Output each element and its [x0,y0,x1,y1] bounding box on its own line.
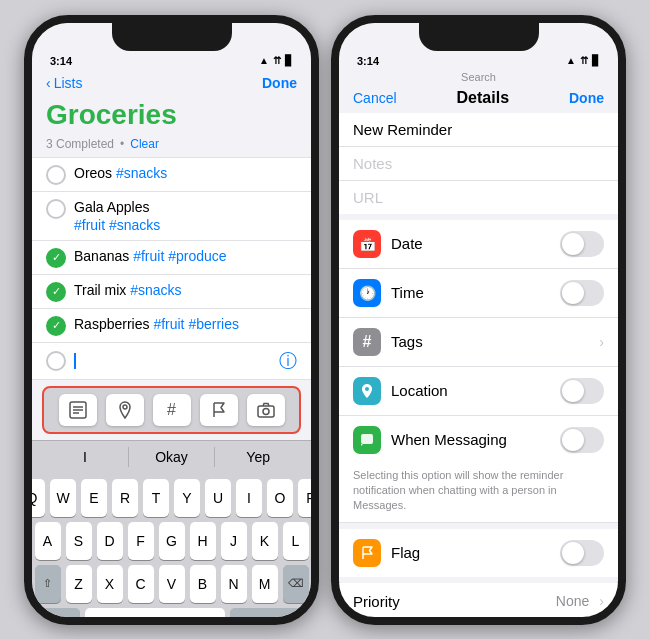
messaging-icon [353,426,381,454]
pred-word-2[interactable]: Okay [129,447,216,467]
done-button-right[interactable]: Done [569,90,604,106]
key-p[interactable]: P [298,479,311,517]
messaging-toggle[interactable] [560,427,604,453]
key-c[interactable]: C [128,565,154,603]
key-o[interactable]: O [267,479,293,517]
date-label: Date [391,235,550,252]
list-item[interactable]: Oreos #snacks [32,157,311,192]
flag-icon [353,539,381,567]
key-s[interactable]: S [66,522,92,560]
key-space[interactable]: space [85,608,225,617]
toolbar-location-btn[interactable] [106,394,144,426]
key-l[interactable]: L [283,522,309,560]
toolbar-flag-btn[interactable] [200,394,238,426]
back-button[interactable]: ‹ Lists [46,75,82,91]
completed-row: 3 Completed • Clear [32,135,311,157]
list-item[interactable]: ✓ Raspberries #fruit #berries [32,309,311,343]
time-icon: 🕐 [353,279,381,307]
new-item-row[interactable]: ⓘ [32,343,311,380]
flag-row: Flag [339,529,618,577]
item-text: Bananas #fruit #produce [74,247,227,265]
time-toggle[interactable] [560,280,604,306]
checkbox[interactable] [46,199,66,219]
battery-icon-r: ▊ [592,55,600,66]
wifi-icon-r: ⇈ [580,55,588,66]
keyboard: Q W E R T Y U I O P A S D F G H J K L [32,473,311,617]
key-d[interactable]: D [97,522,123,560]
key-g[interactable]: G [159,522,185,560]
key-delete[interactable]: ⌫ [283,565,309,603]
key-row-1: Q W E R T Y U I O P [36,479,307,517]
info-icon[interactable]: ⓘ [279,349,297,373]
list-item[interactable]: Gala Apples#fruit #snacks [32,192,311,241]
status-bar-right: 3:14 ▲ ⇈ ▊ [339,23,618,71]
key-q[interactable]: Q [32,479,45,517]
time-row: 🕐 Time [339,269,618,318]
toolbar-tag-btn[interactable]: # [153,394,191,426]
messaging-note: Selecting this option will show the remi… [339,464,618,523]
done-button-left[interactable]: Done [262,75,297,91]
checkbox-completed[interactable]: ✓ [46,282,66,302]
key-123[interactable]: 123 [40,608,80,617]
key-m[interactable]: M [252,565,278,603]
nav-bar-right: Cancel Details Done [339,85,618,113]
key-k[interactable]: K [252,522,278,560]
checkbox-completed[interactable]: ✓ [46,248,66,268]
key-shift[interactable]: ⇧ [35,565,61,603]
key-t[interactable]: T [143,479,169,517]
tags-row[interactable]: # Tags › [339,318,618,367]
flag-toggle[interactable] [560,540,604,566]
battery-icon: ▊ [285,55,293,66]
new-checkbox [46,351,66,371]
pred-word-1[interactable]: I [42,447,129,467]
key-f[interactable]: F [128,522,154,560]
pred-word-3[interactable]: Yep [215,447,301,467]
svg-point-4 [123,405,127,409]
date-toggle[interactable] [560,231,604,257]
key-i[interactable]: I [236,479,262,517]
key-z[interactable]: Z [66,565,92,603]
location-toggle[interactable] [560,378,604,404]
notes-input[interactable]: Notes [339,147,618,181]
key-u[interactable]: U [205,479,231,517]
flag-label: Flag [391,544,550,561]
key-n[interactable]: N [221,565,247,603]
key-h[interactable]: H [190,522,216,560]
signal-icon: ▲ [259,55,269,66]
checkbox[interactable] [46,165,66,185]
key-b[interactable]: B [190,565,216,603]
url-input[interactable]: URL [339,181,618,214]
list-item[interactable]: ✓ Bananas #fruit #produce [32,241,311,275]
key-return[interactable]: return [230,608,304,617]
toolbar-camera-btn[interactable] [247,394,285,426]
svg-rect-8 [361,434,373,444]
key-v[interactable]: V [159,565,185,603]
tags-icon: # [353,328,381,356]
key-x[interactable]: X [97,565,123,603]
reminder-title-input[interactable]: New Reminder [339,113,618,147]
status-icons-left: ▲ ⇈ ▊ [259,55,293,66]
status-bar-left: 3:14 ▲ ⇈ ▊ [32,23,311,71]
tags-label: Tags [391,333,589,350]
items-list: Oreos #snacks Gala Apples#fruit #snacks … [32,157,311,380]
toolbar: # [42,386,301,434]
list-item[interactable]: ✓ Trail mix #snacks [32,275,311,309]
signal-icon-r: ▲ [566,55,576,66]
item-text: Trail mix #snacks [74,281,182,299]
location-icon [353,377,381,405]
toolbar-details-btn[interactable] [59,394,97,426]
nav-bar-left: ‹ Lists Done [32,71,311,97]
tags-chevron: › [599,334,604,350]
checkbox-completed[interactable]: ✓ [46,316,66,336]
key-j[interactable]: J [221,522,247,560]
key-w[interactable]: W [50,479,76,517]
key-a[interactable]: A [35,522,61,560]
clear-button[interactable]: Clear [130,137,159,151]
location-row: Location [339,367,618,416]
item-text: Raspberries #fruit #berries [74,315,239,333]
priority-row[interactable]: Priority None › [339,583,618,617]
key-y[interactable]: Y [174,479,200,517]
cancel-button[interactable]: Cancel [353,90,397,106]
key-e[interactable]: E [81,479,107,517]
key-r[interactable]: R [112,479,138,517]
